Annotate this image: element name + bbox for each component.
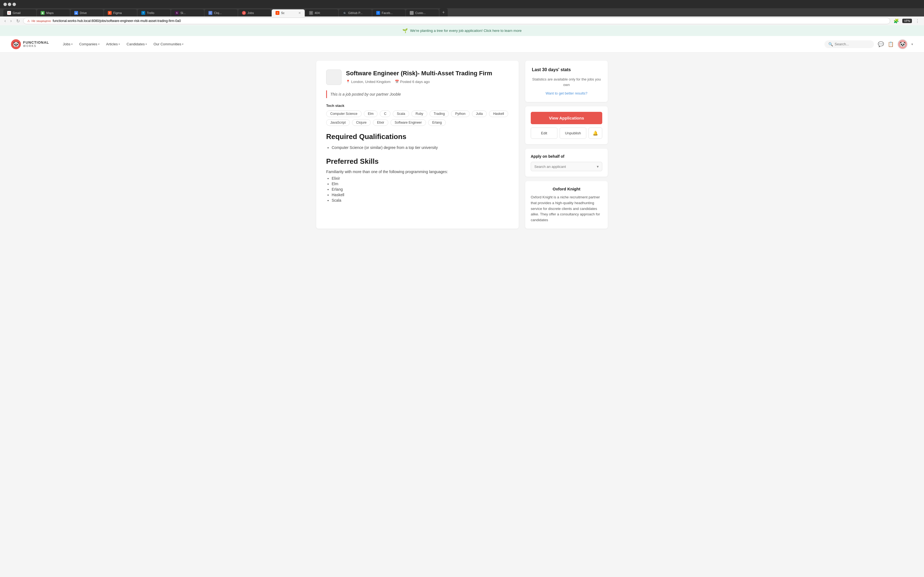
messages-icon[interactable]: 💬 [878,41,884,47]
chevron-down-icon: ▾ [98,43,100,46]
apply-title: Apply on behalf of [531,154,602,158]
sidebar: Last 30 days' stats Statistics are avail… [525,61,608,229]
skill-haskell: Haskell [332,193,509,197]
edit-button[interactable]: Edit [531,127,557,139]
address-field[interactable] [53,19,886,23]
stats-note: Statistics are available only for the jo… [532,77,601,87]
actions-card: View Applications Edit Unpublish 🔔 [525,106,608,144]
company-logo [326,69,342,85]
documents-icon[interactable]: 📋 [888,41,894,47]
browser-chrome: ⬤ ⬤ ⬤ [0,0,924,8]
unpublish-button[interactable]: Unpublish [560,127,586,139]
tab-slack[interactable]: S Sl... [171,9,204,16]
tab-clojure[interactable]: C Cloj... [205,9,237,16]
job-meta: 📍 London, United Kingdom 📅 Posted 6 days… [346,80,492,84]
tab-new[interactable]: + [439,8,448,16]
tag-elixir[interactable]: Elixir [373,119,388,126]
tag-c[interactable]: C [380,110,391,117]
menu-icon[interactable]: ⋮ [914,18,921,24]
skill-elixir: Elixir [332,176,509,181]
browser-tabs-bar: M Gmail ◉ Maps ▲ Drive F Figma T Trello … [0,8,924,16]
tag-python[interactable]: Python [451,110,469,117]
vpn-badge: VPN [902,19,912,23]
job-header-text: Software Engineer (Risk)- Multi-Asset Tr… [346,69,492,84]
nav-communities[interactable]: Our Communities ▾ [151,40,186,48]
tab-drive[interactable]: ▲ Drive [70,9,103,16]
job-content-panel: Software Engineer (Risk)- Multi-Asset Tr… [316,61,519,229]
chevron-down-icon: ▾ [71,43,73,46]
logo[interactable]: 🐼 FUNCTIONAL WORKS [11,39,49,49]
applicant-search-dropdown[interactable]: ▾ [531,162,602,171]
avatar[interactable]: 🐼 [898,39,908,49]
job-header: Software Engineer (Risk)- Multi-Asset Tr… [326,69,509,85]
search-icon: 🔍 [828,42,833,47]
tab-404[interactable]: ! 404: [305,9,338,16]
promo-banner[interactable]: 🌱 We're planting a tree for every job ap… [0,25,924,36]
qualification-item: Computer Science (or similar) degree fro… [332,145,509,151]
tab-custom[interactable]: Custo... [406,9,439,16]
tab-maps[interactable]: ◉ Maps [37,9,70,16]
back-button[interactable]: ‹ [3,18,7,24]
chevron-down-icon: ▾ [597,164,599,169]
stats-card: Last 30 days' stats Statistics are avail… [525,61,608,102]
tag-javascript[interactable]: JavaScript [326,119,350,126]
avatar-dropdown[interactable]: ▾ [911,42,913,46]
chevron-down-icon: ▾ [145,43,147,46]
tag-software-engineer[interactable]: Software Engineer [391,119,426,126]
skills-intro-text: Familiarity with more than one of the fo… [326,169,509,174]
location-icon: 📍 [346,80,350,84]
skill-erlang: Erlang [332,187,509,192]
forward-button[interactable]: › [9,18,13,24]
applicant-search-input[interactable] [534,164,595,169]
tag-scala[interactable]: Scala [393,110,409,117]
reload-button[interactable]: ↻ [15,18,21,24]
main-container: Software Engineer (Risk)- Multi-Asset Tr… [311,53,613,237]
tag-elm[interactable]: Elm [364,110,378,117]
global-search[interactable]: 🔍 [824,40,874,48]
tab-trello[interactable]: T Trello [137,9,171,16]
bell-icon: 🔔 [593,131,598,135]
qualifications-section: Required Qualifications Computer Science… [326,132,509,151]
tab-jobs[interactable]: J Jobs [238,9,271,16]
tag-ruby[interactable]: Ruby [411,110,427,117]
address-input-wrapper[interactable]: ⚠ Не защищено [23,18,890,24]
calendar-icon: 📅 [395,80,399,84]
tab-facebook[interactable]: f Faceb... [372,9,405,16]
nav-articles[interactable]: Articles ▾ [103,40,123,48]
tag-computer-science[interactable]: Computer Science [326,110,362,117]
address-bar: ‹ › ↻ ⚠ Не защищено 🧩 VPN ⋮ [0,16,924,25]
nav-candidates[interactable]: Candidates ▾ [124,40,150,48]
action-buttons-row: Edit Unpublish 🔔 [531,127,602,139]
skills-list: Elixir Elm Erlang Haskell Scala [326,176,509,203]
bell-button[interactable]: 🔔 [588,127,602,139]
tab-gmail[interactable]: M Gmail [3,9,36,16]
qualifications-list: Computer Science (or similar) degree fro… [326,145,509,151]
tag-erlang[interactable]: Erlang [428,119,446,126]
company-card: Oxford Knight Oxford Knight is a niche r… [525,181,608,229]
tag-haskell[interactable]: Haskell [489,110,508,117]
qualifications-heading: Required Qualifications [326,132,509,141]
security-warning-icon: ⚠ [27,19,30,23]
security-warning-text: Не защищено [32,19,51,23]
extensions-icon[interactable]: 🧩 [892,18,900,24]
banner-icon: 🌱 [402,28,408,33]
job-title: Software Engineer (Risk)- Multi-Asset Tr… [346,69,492,77]
tech-stack-section: Tech stack Computer Science Elm C Scala … [326,103,509,126]
tag-trading[interactable]: Trading [430,110,449,117]
apply-card: Apply on behalf of ▾ [525,149,608,177]
stats-link[interactable]: Want to get better results? [532,91,601,95]
nav-companies[interactable]: Companies ▾ [76,40,102,48]
tag-julia[interactable]: Julia [472,110,487,117]
job-posted: 📅 Posted 6 days ago [395,80,430,84]
tab-github-pull[interactable]: G GitHub P... [339,9,372,16]
chevron-down-icon: ▾ [118,43,120,46]
nav-jobs[interactable]: Jobs ▾ [60,40,75,48]
header-right: 🔍 💬 📋 🐼 ▾ [824,39,913,49]
view-applications-button[interactable]: View Applications [531,112,602,124]
search-input[interactable] [835,42,870,46]
tag-clojure[interactable]: Clojure [352,119,371,126]
tab-figma[interactable]: F Figma [104,9,137,16]
tab-current[interactable]: S Sc ✕ [272,9,305,16]
logo-text: FUNCTIONAL WORKS [23,41,49,48]
main-nav: Jobs ▾ Companies ▾ Articles ▾ Candidates… [60,40,186,48]
